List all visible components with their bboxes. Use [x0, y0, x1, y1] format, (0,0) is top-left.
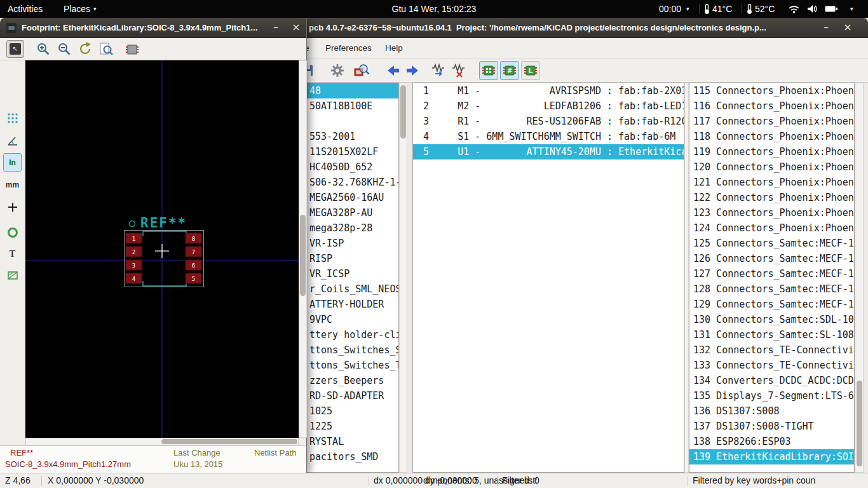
filter-by-pin-count-button[interactable]: # [500, 61, 519, 80]
close-button[interactable]: × [288, 18, 304, 38]
zoom-fit-button[interactable] [97, 40, 115, 58]
next-component-button[interactable] [403, 61, 422, 80]
library-list-item[interactable]: MEGA328P-AU [306, 205, 398, 220]
library-list-item[interactable]: r_Coils_SML_NEOS [306, 281, 398, 297]
units-mm-button[interactable]: mm [3, 175, 22, 194]
library-list-item[interactable]: 48 [306, 83, 398, 98]
footprint-scrollbar[interactable] [855, 83, 864, 473]
footprint-viewer-titlebar[interactable]: Footprint: EtherkitKicadLibrary:SOIC-8_3… [0, 18, 306, 38]
library-list-item[interactable]: ttons_Switches_S [306, 342, 398, 358]
footprint-list-item[interactable]: 127 Connectors_Samtec:MECF-1 [689, 266, 854, 281]
component-list-item[interactable]: 4 S1 - 6MM_SWITCH6MM_SWITCH : fab:fab-6M [413, 129, 684, 144]
delete-associations-button[interactable] [450, 61, 469, 80]
footprint-list-item[interactable]: 117 Connectors_Phoenix:Phoen [689, 114, 854, 129]
footprint-list-item[interactable]: 124 Connectors_Phoenix:Phoen [689, 220, 854, 236]
zoom-in-button[interactable] [34, 40, 52, 58]
footprint-list-item[interactable]: 125 Connectors_Samtec:MECF-1 [689, 236, 854, 251]
footprint-list-item[interactable]: 119 Connectors_Phoenix:Phoen [689, 144, 854, 159]
library-list-item[interactable]: HC4050D_652 [306, 159, 398, 175]
footprint-list-item[interactable]: 129 Connectors_Samtec:MECF-1 [689, 297, 854, 312]
component-list-item[interactable]: 5 U1 - ATTINY45-20MU : EtherkitKicadL [413, 144, 684, 159]
library-list-item[interactable]: 553-2001 [306, 129, 398, 144]
scrollbar-thumb[interactable] [400, 85, 406, 139]
component-list-item[interactable]: 2 M2 - LEDFAB1206 : fab:fab-LED120 [413, 98, 684, 114]
library-list-item[interactable]: VR_ICSP [306, 266, 398, 281]
units-inches-button[interactable]: In [3, 153, 22, 172]
footprint-list-item[interactable]: 115 Connectors_Phoenix:Phoen [689, 83, 854, 98]
library-list-item[interactable]: mega328p-28 [306, 220, 398, 236]
pads-sketch-mode-button[interactable] [3, 223, 22, 241]
minimize-button[interactable]: – [268, 18, 283, 38]
footprint-list-item[interactable]: 135 Displays_7-Segment:LTS-6 [689, 388, 854, 403]
pad-outline-mode-button[interactable] [3, 266, 22, 284]
footprint-list-item[interactable]: 136 DS1307:S008 [689, 403, 854, 419]
temperature-1[interactable]: 41°C [712, 0, 732, 18]
footprint-list-item[interactable]: 134 Converters_DCDC_ACDC:DCD [689, 373, 854, 388]
configure-paths-button[interactable] [328, 61, 347, 80]
component-scrollbar[interactable] [684, 83, 689, 473]
library-list-item[interactable]: VR-ISP [306, 236, 398, 251]
library-list-item[interactable]: 9VPC [306, 312, 398, 327]
clock[interactable]: Gtu 14 Wer, 15:02:23 [392, 0, 477, 18]
library-list-item[interactable]: 1025 [306, 403, 398, 419]
scrollbar-thumb[interactable] [161, 439, 297, 444]
footprint-list-item[interactable]: 118 Connectors_Phoenix:Phoen [689, 129, 854, 144]
library-list-item[interactable]: RISP [306, 251, 398, 266]
footprint-list-item[interactable]: 128 Connectors_Samtec:MECF-1 [689, 281, 854, 297]
footprint-canvas[interactable]: REF** 1 2 3 4 8 7 [25, 60, 299, 438]
select-tool-button[interactable]: ↖ [6, 40, 24, 58]
footprint-list-item[interactable]: 131 Connectors_Samtec:SL-108 [689, 327, 854, 342]
library-list-item[interactable]: ttery holder-cli [306, 327, 398, 342]
filter-by-library-button[interactable]: L [521, 61, 540, 80]
library-list-item[interactable]: zzers_Beepers [306, 373, 398, 388]
timer-indicator[interactable]: 00:00 [659, 0, 681, 18]
footprint-list-item[interactable]: 120 Connectors_Phoenix:Phoen [689, 159, 854, 175]
library-list-item[interactable]: MEGA2560-16AU [306, 190, 398, 205]
canvas-hscrollbar[interactable] [25, 438, 299, 445]
scrollbar-thumb[interactable] [300, 215, 306, 296]
library-list-item[interactable]: 11S2015X02LF [306, 144, 398, 159]
library-list-item[interactable]: RYSTAL [306, 434, 398, 449]
places-menu[interactable]: Places [64, 0, 90, 18]
library-list-item[interactable]: RD-SD-ADAPTER [306, 388, 398, 403]
menu-help[interactable]: Help [385, 38, 403, 58]
library-list-item[interactable]: pacitors_SMD [306, 449, 398, 464]
zoom-out-button[interactable] [55, 40, 73, 58]
library-list-item[interactable]: 50AT18B100E [306, 98, 398, 114]
temperature-2[interactable]: 52°C [755, 0, 775, 18]
footprint-list-item[interactable]: 116 Connectors_Phoenix:Phoen [689, 98, 854, 114]
canvas-vscrollbar[interactable] [299, 60, 307, 438]
scrollbar-thumb[interactable] [857, 381, 862, 466]
footprint-list-item[interactable]: 132 Connectors_TE-Connectivi [689, 342, 854, 358]
library-list-item[interactable]: ttons_Switches_T [306, 358, 398, 373]
redraw-view-button[interactable] [76, 40, 94, 58]
footprint-list-item[interactable]: 138 ESP8266:ESP03 [689, 434, 854, 449]
component-list-item[interactable]: 3 R1 - RES-US1206FAB : fab:fab-R1206F [413, 114, 684, 129]
battery-icon[interactable] [825, 6, 838, 13]
toggle-grid-button[interactable] [3, 109, 22, 127]
footprint-list-item[interactable]: 139 EtherkitKicadLibrary:SOI [689, 449, 854, 464]
text-sketch-mode-button[interactable]: T [3, 245, 22, 263]
filter-by-keyword-button[interactable] [479, 61, 498, 80]
footprint-list-item[interactable]: 137 DS1307:S008-TIGHT [689, 419, 854, 434]
wifi-icon[interactable] [788, 4, 800, 13]
view-selected-footprint-button[interactable] [352, 61, 371, 80]
minimize-button[interactable]: – [818, 18, 834, 38]
show-footprint-options-button[interactable] [123, 40, 141, 58]
footprint-list-item[interactable]: 121 Connectors_Phoenix:Phoen [689, 175, 854, 190]
volume-icon[interactable] [807, 4, 818, 13]
library-list-item[interactable]: ATTERY-HOLDER [306, 297, 398, 312]
footprint-list-item[interactable]: 122 Connectors_Phoenix:Phoen [689, 190, 854, 205]
library-list-item[interactable]: 1225 [306, 419, 398, 434]
previous-component-button[interactable] [384, 61, 403, 80]
chevron-down-icon[interactable]: ▾ [850, 0, 853, 18]
cursor-shape-button[interactable] [3, 198, 22, 216]
polar-coordinates-button[interactable] [3, 131, 22, 149]
footprint-list-item[interactable]: 123 Connectors_Phoenix:Phoen [689, 205, 854, 220]
menu-preferences[interactable]: Preferences [325, 38, 372, 58]
library-list-item[interactable] [306, 114, 398, 129]
component-list-item[interactable]: 1 M1 - AVRISPSMD : fab:fab-2X03SM [413, 83, 684, 98]
activities-button[interactable]: Activities [8, 0, 43, 18]
footprint-list-item[interactable]: 133 Connectors_TE-Connectivi [689, 358, 854, 373]
auto-associate-button[interactable] [430, 61, 449, 80]
